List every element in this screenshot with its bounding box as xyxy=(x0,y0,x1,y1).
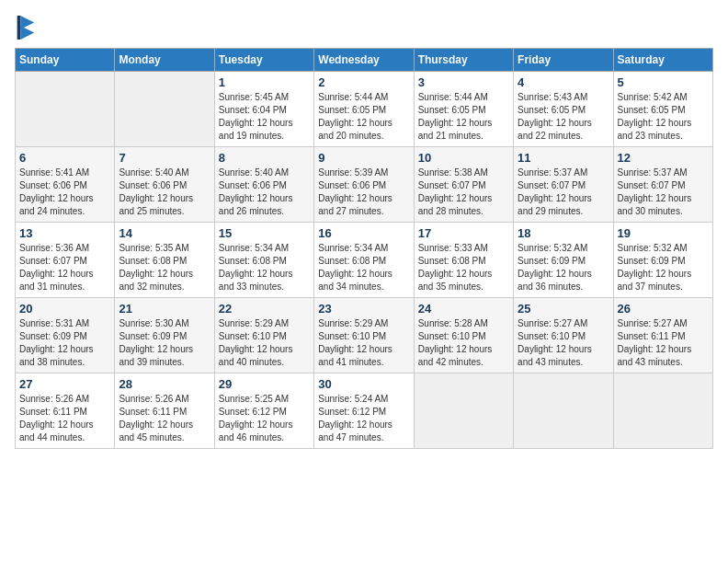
calendar-cell: 1Sunrise: 5:45 AM Sunset: 6:04 PM Daylig… xyxy=(214,72,313,147)
day-info: Sunrise: 5:37 AM Sunset: 6:07 PM Dayligh… xyxy=(518,167,609,218)
day-info: Sunrise: 5:26 AM Sunset: 6:11 PM Dayligh… xyxy=(19,393,110,444)
calendar-cell: 27Sunrise: 5:26 AM Sunset: 6:11 PM Dayli… xyxy=(16,373,115,449)
day-info: Sunrise: 5:24 AM Sunset: 6:12 PM Dayligh… xyxy=(318,393,409,444)
day-info: Sunrise: 5:32 AM Sunset: 6:09 PM Dayligh… xyxy=(518,242,609,293)
day-info: Sunrise: 5:25 AM Sunset: 6:12 PM Dayligh… xyxy=(219,393,310,444)
day-info: Sunrise: 5:32 AM Sunset: 6:09 PM Dayligh… xyxy=(618,242,709,293)
calendar-cell: 17Sunrise: 5:33 AM Sunset: 6:08 PM Dayli… xyxy=(414,223,513,298)
weekday-header-monday: Monday xyxy=(115,49,214,72)
calendar-cell xyxy=(115,72,214,147)
calendar-cell: 24Sunrise: 5:28 AM Sunset: 6:10 PM Dayli… xyxy=(414,298,513,373)
day-number: 11 xyxy=(518,151,609,165)
day-number: 21 xyxy=(119,302,210,316)
day-info: Sunrise: 5:44 AM Sunset: 6:05 PM Dayligh… xyxy=(318,91,409,143)
day-number: 5 xyxy=(618,75,709,89)
calendar-cell: 5Sunrise: 5:42 AM Sunset: 6:05 PM Daylig… xyxy=(613,72,712,147)
weekday-header-tuesday: Tuesday xyxy=(214,49,313,72)
calendar-cell: 20Sunrise: 5:31 AM Sunset: 6:09 PM Dayli… xyxy=(16,298,115,373)
day-info: Sunrise: 5:36 AM Sunset: 6:07 PM Dayligh… xyxy=(19,242,110,293)
day-info: Sunrise: 5:29 AM Sunset: 6:10 PM Dayligh… xyxy=(219,317,310,369)
day-number: 15 xyxy=(219,226,310,240)
day-number: 8 xyxy=(219,151,310,165)
day-info: Sunrise: 5:29 AM Sunset: 6:10 PM Dayligh… xyxy=(318,317,409,369)
calendar-cell xyxy=(414,373,513,449)
day-info: Sunrise: 5:27 AM Sunset: 6:11 PM Dayligh… xyxy=(618,317,709,369)
calendar-cell: 10Sunrise: 5:38 AM Sunset: 6:07 PM Dayli… xyxy=(414,147,513,223)
weekday-header-wednesday: Wednesday xyxy=(314,49,414,72)
calendar-cell: 6Sunrise: 5:41 AM Sunset: 6:06 PM Daylig… xyxy=(16,147,115,223)
svg-rect-0 xyxy=(17,16,21,40)
day-info: Sunrise: 5:31 AM Sunset: 6:09 PM Dayligh… xyxy=(19,317,110,369)
day-info: Sunrise: 5:35 AM Sunset: 6:08 PM Dayligh… xyxy=(119,242,210,293)
day-number: 10 xyxy=(418,151,509,165)
day-info: Sunrise: 5:30 AM Sunset: 6:09 PM Dayligh… xyxy=(119,317,210,369)
weekday-header-friday: Friday xyxy=(514,49,613,72)
logo xyxy=(15,15,40,40)
calendar-cell: 12Sunrise: 5:37 AM Sunset: 6:07 PM Dayli… xyxy=(613,147,712,223)
day-info: Sunrise: 5:37 AM Sunset: 6:07 PM Dayligh… xyxy=(618,167,709,218)
calendar-cell: 23Sunrise: 5:29 AM Sunset: 6:10 PM Dayli… xyxy=(314,298,414,373)
day-info: Sunrise: 5:44 AM Sunset: 6:05 PM Dayligh… xyxy=(418,91,509,143)
day-number: 27 xyxy=(19,377,110,391)
day-number: 4 xyxy=(518,75,609,89)
day-info: Sunrise: 5:34 AM Sunset: 6:08 PM Dayligh… xyxy=(318,242,409,293)
day-info: Sunrise: 5:33 AM Sunset: 6:08 PM Dayligh… xyxy=(418,242,509,293)
calendar-cell: 13Sunrise: 5:36 AM Sunset: 6:07 PM Dayli… xyxy=(16,223,115,298)
day-info: Sunrise: 5:43 AM Sunset: 6:05 PM Dayligh… xyxy=(518,91,609,143)
page-header xyxy=(15,15,713,40)
calendar-cell: 8Sunrise: 5:40 AM Sunset: 6:06 PM Daylig… xyxy=(214,147,313,223)
day-number: 19 xyxy=(618,226,709,240)
calendar-cell: 30Sunrise: 5:24 AM Sunset: 6:12 PM Dayli… xyxy=(314,373,414,449)
day-number: 13 xyxy=(19,226,110,240)
day-number: 7 xyxy=(119,151,210,165)
day-number: 25 xyxy=(518,302,609,316)
calendar-cell: 28Sunrise: 5:26 AM Sunset: 6:11 PM Dayli… xyxy=(115,373,214,449)
day-number: 3 xyxy=(418,75,509,89)
calendar-cell xyxy=(613,373,712,449)
day-number: 23 xyxy=(318,302,409,316)
day-info: Sunrise: 5:38 AM Sunset: 6:07 PM Dayligh… xyxy=(418,167,509,218)
day-info: Sunrise: 5:45 AM Sunset: 6:04 PM Dayligh… xyxy=(219,91,310,143)
day-number: 12 xyxy=(618,151,709,165)
calendar-cell: 15Sunrise: 5:34 AM Sunset: 6:08 PM Dayli… xyxy=(214,223,313,298)
weekday-header-saturday: Saturday xyxy=(613,49,712,72)
calendar-cell: 16Sunrise: 5:34 AM Sunset: 6:08 PM Dayli… xyxy=(314,223,414,298)
day-info: Sunrise: 5:26 AM Sunset: 6:11 PM Dayligh… xyxy=(119,393,210,444)
day-info: Sunrise: 5:42 AM Sunset: 6:05 PM Dayligh… xyxy=(618,91,709,143)
day-number: 30 xyxy=(318,377,409,391)
calendar-cell xyxy=(514,373,613,449)
day-info: Sunrise: 5:40 AM Sunset: 6:06 PM Dayligh… xyxy=(219,167,310,218)
day-number: 20 xyxy=(19,302,110,316)
day-number: 29 xyxy=(219,377,310,391)
day-number: 16 xyxy=(318,226,409,240)
calendar-cell: 19Sunrise: 5:32 AM Sunset: 6:09 PM Dayli… xyxy=(613,223,712,298)
calendar-cell: 3Sunrise: 5:44 AM Sunset: 6:05 PM Daylig… xyxy=(414,72,513,147)
calendar-cell: 21Sunrise: 5:30 AM Sunset: 6:09 PM Dayli… xyxy=(115,298,214,373)
day-info: Sunrise: 5:39 AM Sunset: 6:06 PM Dayligh… xyxy=(318,167,409,218)
calendar-cell: 9Sunrise: 5:39 AM Sunset: 6:06 PM Daylig… xyxy=(314,147,414,223)
day-info: Sunrise: 5:28 AM Sunset: 6:10 PM Dayligh… xyxy=(418,317,509,369)
calendar-cell: 26Sunrise: 5:27 AM Sunset: 6:11 PM Dayli… xyxy=(613,298,712,373)
day-number: 14 xyxy=(119,226,210,240)
day-number: 28 xyxy=(119,377,210,391)
day-number: 22 xyxy=(219,302,310,316)
calendar-cell: 18Sunrise: 5:32 AM Sunset: 6:09 PM Dayli… xyxy=(514,223,613,298)
calendar-cell: 29Sunrise: 5:25 AM Sunset: 6:12 PM Dayli… xyxy=(214,373,313,449)
calendar-cell: 22Sunrise: 5:29 AM Sunset: 6:10 PM Dayli… xyxy=(214,298,313,373)
svg-marker-2 xyxy=(20,26,34,40)
calendar-cell: 7Sunrise: 5:40 AM Sunset: 6:06 PM Daylig… xyxy=(115,147,214,223)
day-info: Sunrise: 5:41 AM Sunset: 6:06 PM Dayligh… xyxy=(19,167,110,218)
calendar-cell xyxy=(16,72,115,147)
calendar-cell: 14Sunrise: 5:35 AM Sunset: 6:08 PM Dayli… xyxy=(115,223,214,298)
day-number: 9 xyxy=(318,151,409,165)
weekday-header-thursday: Thursday xyxy=(414,49,513,72)
day-number: 6 xyxy=(19,151,110,165)
day-number: 2 xyxy=(318,75,409,89)
logo-icon xyxy=(15,15,37,40)
calendar-table: SundayMondayTuesdayWednesdayThursdayFrid… xyxy=(15,48,713,449)
day-number: 1 xyxy=(219,75,310,89)
day-number: 17 xyxy=(418,226,509,240)
weekday-header-sunday: Sunday xyxy=(16,49,115,72)
day-info: Sunrise: 5:40 AM Sunset: 6:06 PM Dayligh… xyxy=(119,167,210,218)
calendar-cell: 11Sunrise: 5:37 AM Sunset: 6:07 PM Dayli… xyxy=(514,147,613,223)
